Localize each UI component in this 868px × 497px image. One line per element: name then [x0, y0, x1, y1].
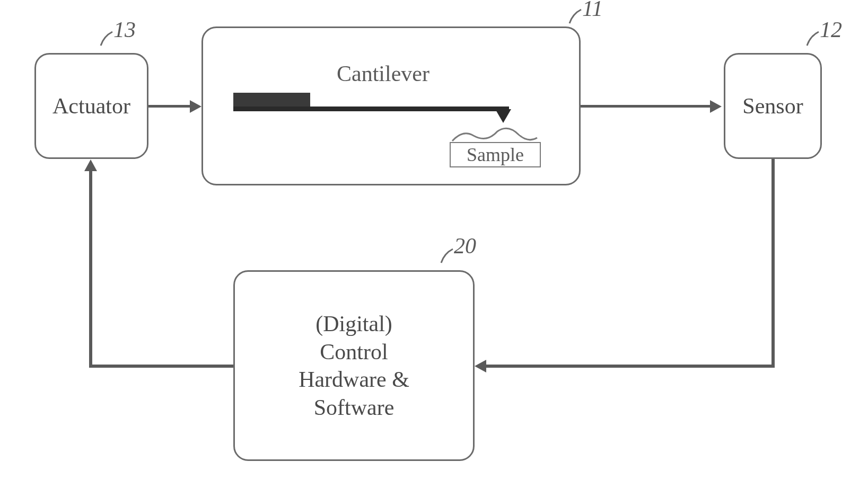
- arrow-sensor-left: [486, 365, 775, 368]
- ref-num-20: 20: [454, 233, 476, 259]
- arrowhead-cantilever-to-sensor: [710, 100, 722, 113]
- controller-line3: Hardware &: [299, 366, 409, 394]
- arrowhead-actuator-to-cantilever: [190, 100, 201, 113]
- controller-line4: Software: [299, 394, 409, 422]
- arrow-controller-left: [89, 365, 233, 368]
- controller-line1: (Digital): [299, 310, 409, 338]
- arrow-cantilever-to-sensor: [581, 105, 712, 108]
- controller-block: (Digital) Control Hardware & Software: [233, 270, 475, 461]
- ref-tick-13: [100, 30, 113, 47]
- arrowhead-controller-to-actuator: [84, 159, 97, 171]
- arrow-sensor-down: [771, 159, 775, 368]
- actuator-label: Actuator: [47, 87, 136, 126]
- controller-text: (Digital) Control Hardware & Software: [293, 305, 415, 427]
- cantilever-arm: [233, 106, 509, 111]
- ref-num-12: 12: [820, 17, 842, 42]
- sample-box: Sample: [450, 142, 541, 167]
- arrow-controller-up: [89, 171, 92, 368]
- ref-tick-20: [440, 247, 454, 264]
- sensor-block: Sensor: [724, 53, 822, 159]
- ref-num-13: 13: [113, 17, 136, 42]
- arrow-actuator-to-cantilever: [148, 105, 192, 108]
- ref-tick-12: [806, 30, 820, 47]
- ref-num-11: 11: [582, 0, 603, 21]
- cantilever-tip-icon: [495, 109, 511, 123]
- ref-tick-11: [568, 7, 582, 24]
- sample-label: Sample: [467, 144, 524, 166]
- actuator-block: Actuator: [34, 53, 148, 159]
- controller-line2: Control: [299, 338, 409, 366]
- sample-surface-icon: [450, 126, 540, 144]
- cantilever-label: Cantilever: [337, 61, 429, 86]
- sensor-label: Sensor: [737, 87, 808, 126]
- arrowhead-sensor-to-controller: [475, 360, 486, 372]
